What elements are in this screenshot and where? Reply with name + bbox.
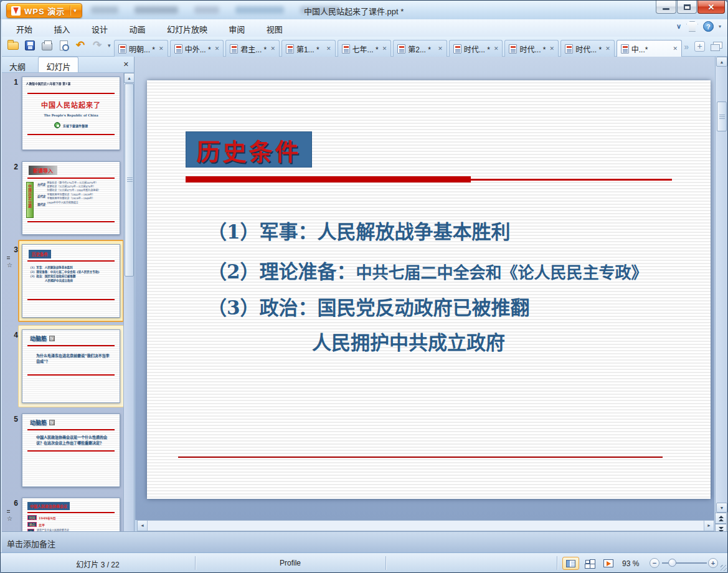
- thumbnail-list: 1 人教版中国历史八年级下册 第1课 中国人民站起来了 The People's…: [2, 73, 124, 552]
- close-icon[interactable]: ✕: [123, 60, 129, 69]
- doc-tab[interactable]: 君主... * ✕: [225, 40, 280, 57]
- slide-title: 历史条件: [196, 133, 301, 167]
- close-icon[interactable]: ✕: [604, 45, 612, 52]
- doc-tab-label: 时代... *: [464, 44, 493, 54]
- previous-slide-button[interactable]: [715, 513, 727, 524]
- close-icon[interactable]: ✕: [158, 45, 165, 52]
- slide-title-box[interactable]: 历史条件: [186, 131, 312, 168]
- notes-placeholder[interactable]: 单击添加备注: [7, 537, 55, 549]
- doc-tab[interactable]: 第1... * ✕: [281, 40, 336, 57]
- more-tabs-icon[interactable]: »: [684, 42, 689, 52]
- close-icon[interactable]: ✕: [214, 45, 221, 52]
- thumbnail[interactable]: 动脑筋 ? 中国人民政治协商会议是一个什么性质的会议？在这次会议上作出了哪些重要…: [22, 414, 120, 487]
- scrollbar-thumb[interactable]: [717, 102, 727, 131]
- zoom-in-button[interactable]: +: [708, 558, 718, 568]
- doc-tab[interactable]: 第2... * ✕: [393, 40, 447, 57]
- thumbnail[interactable]: 动脑筋 ? 为什么毛泽东在进北京前要说“我们决不当李自成”？: [22, 329, 120, 403]
- wps-app-menu-button[interactable]: WPS 演示 ▾: [6, 3, 82, 18]
- ppt-file-icon: [174, 44, 182, 54]
- undo-button[interactable]: ↶: [74, 39, 87, 52]
- normal-view-button[interactable]: [562, 557, 579, 570]
- doc-tab[interactable]: 时代... * ✕: [449, 40, 503, 57]
- doc-tab[interactable]: 明朝... * ✕: [114, 40, 168, 57]
- scroll-down-icon[interactable]: ▼: [716, 503, 727, 513]
- slide-text-line-3[interactable]: （3）政治：国民党反动政府已被推翻: [207, 292, 530, 320]
- close-icon[interactable]: ✕: [381, 45, 389, 52]
- thumbnail[interactable]: 人教版中国历史八年级下册 第1课 中国人民站起来了 The People's R…: [22, 77, 120, 150]
- menu-animation[interactable]: 动画: [120, 19, 154, 37]
- zoom-out-button[interactable]: −: [650, 558, 659, 568]
- maximize-button[interactable]: [677, 1, 697, 14]
- collapse-panel-icon[interactable]: ∨: [676, 22, 681, 31]
- menu-start[interactable]: 开始: [7, 19, 42, 37]
- play-slideshow-icon: [603, 559, 613, 567]
- scroll-left-icon[interactable]: ◄: [138, 521, 148, 531]
- slide-text-line-2[interactable]: （2）理论准备：中共七届二中全会和《论人民民主专政》: [207, 256, 648, 284]
- print-preview-button[interactable]: [57, 39, 70, 52]
- skin-icon[interactable]: [686, 21, 698, 32]
- close-icon[interactable]: ✕: [549, 45, 556, 52]
- toolbar-options-icon[interactable]: ▾: [108, 42, 111, 49]
- zoom-slider-handle[interactable]: [668, 559, 676, 567]
- thumbnail[interactable]: 新课导入 中国历史分期 古代史 原始社会（距今约170万年—公元前2070年） …: [22, 161, 120, 235]
- close-icon[interactable]: ✕: [325, 45, 333, 52]
- menu-slideshow[interactable]: 幻灯片放映: [158, 19, 217, 37]
- horizontal-scrollbar[interactable]: ◄ ►: [137, 520, 714, 531]
- doc-tab[interactable]: 时代... * ✕: [504, 40, 559, 57]
- slide-footer-line: [178, 457, 663, 458]
- slide-text-line-4[interactable]: 人民拥护中共成立政府: [312, 327, 505, 355]
- thumbnail[interactable]: 历史条件 （1）军事：人民解放战争基本胜利 （2）理论准备：中共七届二中全会和《…: [22, 244, 120, 318]
- scroll-up-icon[interactable]: ▲: [124, 73, 135, 83]
- switch-windows-icon[interactable]: [711, 42, 722, 51]
- close-icon[interactable]: ✕: [493, 45, 500, 52]
- vertical-scrollbar[interactable]: ▲ ▼: [715, 57, 727, 513]
- slide-text-line-1[interactable]: （1）军事：人民解放战争基本胜利: [207, 216, 511, 244]
- maximize-icon: [684, 4, 691, 10]
- close-icon[interactable]: ✕: [672, 45, 679, 52]
- thumb-grip: [127, 178, 133, 182]
- save-icon: [25, 40, 35, 50]
- save-button[interactable]: [24, 39, 36, 52]
- menu-review[interactable]: 审阅: [219, 19, 254, 37]
- tab-outline[interactable]: 大纲: [2, 57, 33, 73]
- menu-insert[interactable]: 插入: [44, 19, 79, 37]
- print-button[interactable]: [40, 39, 53, 52]
- slides-panel: 大纲 幻灯片 ✕ 1 人教版中国历史八年级下册 第1课 中国人民站起来了 The…: [2, 57, 135, 552]
- menu-design[interactable]: 设计: [82, 19, 117, 37]
- red-line: [27, 134, 115, 135]
- slide-editing-area[interactable]: 历史条件 （1）军事：人民解放战争基本胜利 （2）理论准备：中共七届二中全会和《…: [147, 80, 711, 499]
- open-file-button[interactable]: [7, 39, 19, 52]
- notes-pane[interactable]: 单击添加备注: [2, 531, 727, 552]
- doc-tab[interactable]: 中外... * ✕: [170, 40, 224, 57]
- divider: [70, 6, 70, 16]
- close-icon[interactable]: ✕: [437, 45, 444, 52]
- panel-scrollbar[interactable]: ▲ ▼: [123, 73, 134, 552]
- menu-view[interactable]: 视图: [257, 19, 292, 37]
- print-preview-icon: [60, 40, 68, 50]
- slideshow-button[interactable]: [600, 557, 617, 570]
- close-icon[interactable]: ✕: [269, 45, 277, 52]
- minimize-button[interactable]: [656, 1, 676, 14]
- slide-sorter-button[interactable]: [581, 557, 598, 570]
- ppt-file-icon: [286, 44, 294, 54]
- slide-canvas[interactable]: 历史条件 （1）军事：人民解放战争基本胜利 （2）理论准备：中共七届二中全会和《…: [135, 57, 714, 520]
- close-window-button[interactable]: ✕: [697, 1, 725, 14]
- blurred-item: [135, 6, 178, 14]
- printer-icon: [42, 42, 52, 50]
- doc-tab-label: 时代... *: [519, 44, 548, 54]
- scroll-right-icon[interactable]: ►: [704, 521, 714, 531]
- thumb-grip: [719, 115, 725, 120]
- doc-tab-label: 君主... *: [240, 44, 269, 54]
- doc-tab-active[interactable]: 中...* ✕: [617, 40, 682, 57]
- doc-tab[interactable]: 时代... * ✕: [560, 40, 615, 57]
- scroll-up-icon[interactable]: ▲: [716, 57, 727, 67]
- redo-button[interactable]: ↷: [91, 39, 103, 52]
- resize-grip[interactable]: [721, 565, 727, 571]
- close-icon: ✕: [708, 2, 715, 12]
- chevron-down-icon[interactable]: ▾: [719, 24, 721, 29]
- help-icon[interactable]: ?: [703, 21, 714, 32]
- new-document-button[interactable]: +: [694, 41, 705, 52]
- scrollbar-thumb[interactable]: [125, 83, 134, 277]
- tab-slides[interactable]: 幻灯片: [38, 57, 78, 72]
- doc-tab[interactable]: 七年... * ✕: [338, 40, 392, 57]
